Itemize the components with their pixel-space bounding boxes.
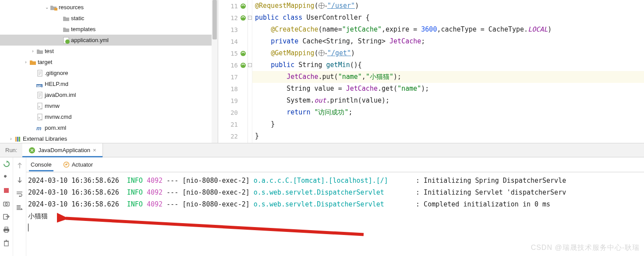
tree-arrow-icon[interactable]: › bbox=[30, 49, 36, 53]
log-line: 2024-03-10 16:36:58.626 INFO 4092 --- [n… bbox=[28, 175, 644, 187]
tree-item-mvnw[interactable]: >_mvnw bbox=[0, 100, 218, 111]
svg-rect-26 bbox=[5, 227, 8, 229]
tree-item-javaDom-iml[interactable]: javaDom.iml bbox=[0, 89, 218, 100]
globe-icon bbox=[318, 50, 325, 56]
svg-point-18 bbox=[241, 51, 246, 56]
tree-item-HELP-md[interactable]: MDHELP.md bbox=[0, 78, 218, 89]
svg-rect-0 bbox=[54, 8, 57, 11]
tree-item-resources[interactable]: ⌄resources bbox=[0, 2, 218, 13]
spring-icon bbox=[28, 147, 35, 154]
tree-item-templates[interactable]: templates bbox=[0, 24, 218, 35]
folder-o-icon bbox=[29, 59, 37, 65]
sh-icon: >_ bbox=[36, 114, 44, 121]
gutter-line[interactable]: 19 bbox=[218, 95, 248, 107]
gutter-line[interactable]: 18 bbox=[218, 83, 248, 95]
spring-gutter-icon[interactable] bbox=[240, 50, 247, 57]
tree-label: pom.xml bbox=[44, 124, 66, 131]
console-stdout: 小猫猫 bbox=[28, 210, 644, 222]
tree-item--gitignore[interactable]: .gitignore bbox=[0, 68, 218, 78]
spring-gutter-icon[interactable] bbox=[240, 14, 247, 21]
console-tabs: Console Actuator bbox=[26, 157, 644, 172]
folder-icon bbox=[36, 48, 44, 54]
tree-scrollbar[interactable] bbox=[212, 0, 218, 143]
tree-item-mvnw-cmd[interactable]: >_mvnw.cmd bbox=[0, 111, 218, 122]
camera-button[interactable] bbox=[3, 199, 11, 207]
svg-text:>_: >_ bbox=[38, 105, 42, 109]
run-toolbar-left2 bbox=[13, 157, 26, 256]
down-button[interactable] bbox=[16, 176, 24, 184]
trash-button[interactable] bbox=[3, 239, 11, 247]
svg-text:m: m bbox=[36, 125, 42, 132]
globe-icon bbox=[318, 3, 325, 9]
tree-item-static[interactable]: static bbox=[0, 13, 218, 24]
tree-item-application-yml[interactable]: application.yml bbox=[0, 35, 218, 46]
tree-item-target[interactable]: ›target bbox=[0, 57, 218, 68]
fold-column[interactable]: − − bbox=[248, 0, 252, 143]
tree-label: templates bbox=[70, 26, 96, 32]
gutter-line[interactable]: 22 bbox=[218, 130, 248, 142]
spring-gutter-icon[interactable] bbox=[240, 3, 247, 10]
sh-icon: >_ bbox=[36, 103, 44, 110]
tree-arrow-icon[interactable]: › bbox=[8, 136, 14, 141]
gutter: 111213141516171819202122 bbox=[218, 0, 248, 143]
rerun-button[interactable] bbox=[3, 160, 11, 168]
svg-rect-12 bbox=[15, 137, 17, 142]
folder-res-icon bbox=[50, 4, 58, 11]
svg-rect-27 bbox=[5, 231, 8, 232]
project-tree[interactable]: ⌄resourcesstatictemplatesapplication.yml… bbox=[0, 0, 218, 143]
run-toolbar-left bbox=[0, 157, 13, 256]
code-area[interactable]: @RequestMapping(▾"/user") public class U… bbox=[252, 0, 644, 143]
scroll-end-button[interactable] bbox=[16, 204, 24, 212]
actuator-tab[interactable]: Actuator bbox=[61, 158, 95, 171]
tree-label: External Libraries bbox=[22, 135, 67, 142]
run-panel: Run: JavaDomApplication × Console bbox=[0, 143, 644, 256]
gutter-line[interactable]: 21 bbox=[218, 118, 248, 130]
log-line: 2024-03-10 16:36:58.626 INFO 4092 --- [n… bbox=[28, 187, 644, 199]
print-button[interactable] bbox=[3, 226, 11, 234]
file-icon bbox=[36, 70, 44, 77]
run-tabs: Run: JavaDomApplication × bbox=[0, 143, 644, 157]
gutter-line[interactable]: 20 bbox=[218, 107, 248, 118]
gutter-line[interactable]: 14 bbox=[218, 36, 248, 47]
svg-rect-21 bbox=[4, 188, 9, 193]
tree-item-test[interactable]: ›test bbox=[0, 46, 218, 57]
log-line: 2024-03-10 16:36:58.626 INFO 4092 --- [n… bbox=[28, 199, 644, 210]
up-button[interactable] bbox=[16, 162, 24, 170]
console-tab[interactable]: Console bbox=[29, 158, 53, 171]
tree-label: mvnw.cmd bbox=[44, 114, 71, 120]
actuator-icon bbox=[63, 161, 70, 168]
close-icon[interactable]: × bbox=[93, 147, 96, 153]
gutter-line[interactable]: 13 bbox=[218, 24, 248, 36]
tree-label: mvnw bbox=[44, 103, 60, 109]
svg-rect-28 bbox=[4, 242, 8, 246]
tree-item-External-Libraries[interactable]: ›External Libraries bbox=[0, 133, 218, 143]
code-editor[interactable]: 111213141516171819202122 − − @RequestMap… bbox=[218, 0, 644, 143]
run-config-tab[interactable]: JavaDomApplication × bbox=[22, 143, 103, 157]
gutter-line[interactable]: 16 bbox=[218, 59, 248, 71]
wrap-button[interactable] bbox=[16, 190, 24, 198]
svg-rect-14 bbox=[19, 137, 20, 142]
svg-point-23 bbox=[5, 203, 7, 205]
exit-button[interactable] bbox=[3, 213, 11, 220]
tree-label: application.yml bbox=[70, 37, 109, 43]
tree-arrow-icon[interactable]: › bbox=[23, 60, 29, 64]
spring-gutter-icon[interactable] bbox=[240, 62, 247, 69]
watermark: CSDN @瑞晟技术服务中心-耿瑞 bbox=[531, 243, 640, 252]
tree-arrow-icon[interactable]: ⌄ bbox=[44, 5, 50, 10]
tree-label: static bbox=[70, 15, 84, 21]
cursor bbox=[28, 224, 28, 231]
tree-label: javaDom.iml bbox=[44, 92, 76, 98]
svg-point-16 bbox=[241, 4, 246, 9]
lib-icon bbox=[14, 136, 22, 142]
gutter-line[interactable]: 15 bbox=[218, 47, 248, 59]
svg-text:>_: >_ bbox=[38, 116, 42, 120]
wrench-button[interactable] bbox=[3, 173, 11, 181]
folder-icon bbox=[62, 26, 70, 32]
gutter-line[interactable]: 12 bbox=[218, 12, 248, 24]
gutter-line[interactable]: 17 bbox=[218, 71, 248, 83]
stop-button[interactable] bbox=[3, 186, 11, 194]
gutter-line[interactable]: 11 bbox=[218, 0, 248, 12]
tree-item-pom-xml[interactable]: mpom.xml bbox=[0, 122, 218, 133]
tree-label: target bbox=[37, 59, 52, 65]
tree-label: HELP.md bbox=[44, 81, 68, 87]
